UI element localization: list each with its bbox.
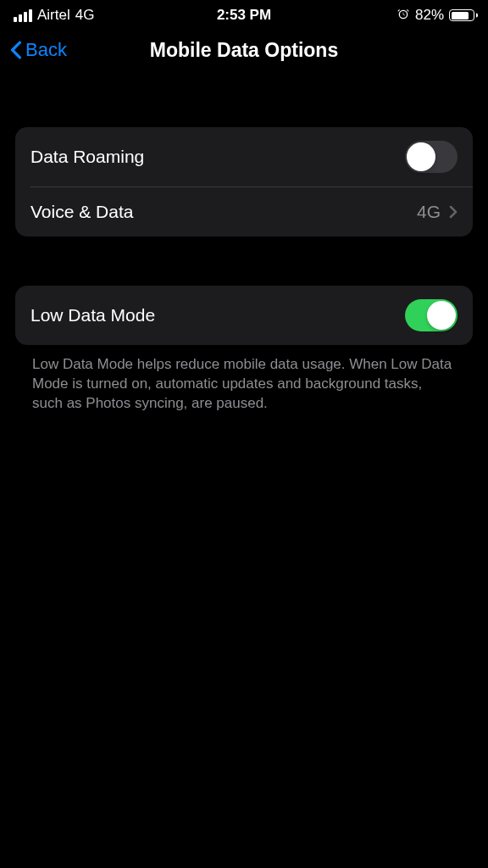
data-roaming-row: Data Roaming: [15, 127, 473, 186]
chevron-left-icon: [10, 41, 22, 59]
status-right: 82%: [396, 7, 474, 24]
alarm-icon: [396, 8, 410, 24]
network-type-label: 4G: [75, 7, 95, 24]
page-title: Mobile Data Options: [150, 39, 338, 62]
chevron-right-icon: [449, 205, 458, 219]
clock: 2:53 PM: [217, 7, 271, 24]
data-roaming-toggle[interactable]: [405, 141, 458, 173]
back-button[interactable]: Back: [10, 39, 67, 61]
back-label: Back: [25, 39, 67, 61]
voice-data-row[interactable]: Voice & Data 4G: [15, 187, 473, 236]
data-roaming-label: Data Roaming: [30, 147, 144, 167]
battery-icon: [449, 9, 474, 21]
status-bar: Airtel 4G 2:53 PM 82%: [0, 0, 488, 29]
signal-strength-icon: [14, 9, 32, 22]
low-data-mode-description: Low Data Mode helps reduce mobile data u…: [15, 345, 473, 424]
low-data-mode-label: Low Data Mode: [30, 305, 155, 326]
settings-group-data-mode: Low Data Mode: [15, 286, 473, 345]
nav-bar: Back Mobile Data Options: [0, 29, 488, 76]
voice-data-value-wrap: 4G: [417, 202, 458, 222]
voice-data-label: Voice & Data: [30, 202, 133, 222]
settings-group-connectivity: Data Roaming Voice & Data 4G: [15, 127, 473, 236]
low-data-mode-toggle[interactable]: [405, 299, 458, 331]
carrier-label: Airtel: [37, 7, 70, 24]
voice-data-value: 4G: [417, 202, 441, 222]
content: Data Roaming Voice & Data 4G Low Data Mo…: [0, 127, 488, 424]
low-data-mode-row: Low Data Mode: [15, 286, 473, 345]
battery-percent-label: 82%: [415, 7, 444, 24]
status-left: Airtel 4G: [14, 7, 94, 24]
